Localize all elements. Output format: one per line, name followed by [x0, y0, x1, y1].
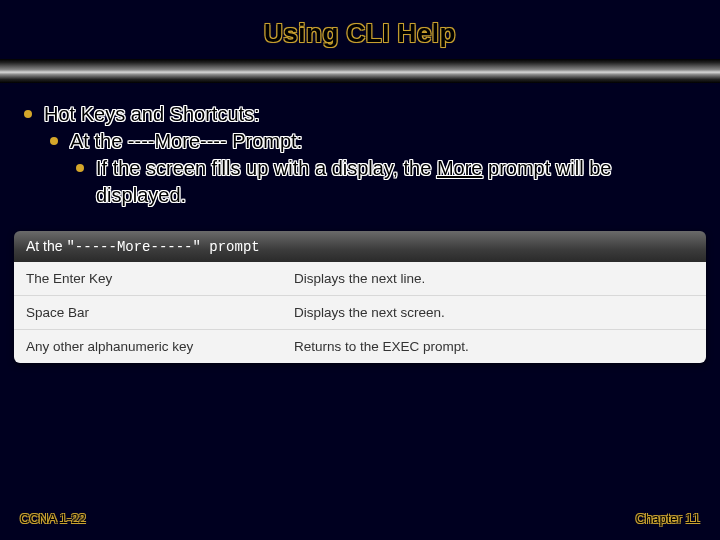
shortcut-table: At the "-----More-----" prompt The Enter… [14, 231, 706, 363]
bullet-l2-text: At the ----More---- Prompt: [70, 130, 302, 152]
title-divider [0, 59, 720, 83]
table-key: The Enter Key [14, 262, 282, 295]
bullet-l3-pre: If the screen fills up with a display, t… [96, 157, 437, 179]
table-header-prefix: At the [26, 238, 66, 254]
bullet-l1-text: Hot Keys and Shortcuts: [44, 103, 260, 125]
table-val: Displays the next screen. [282, 296, 706, 329]
bullet-l3-text: If the screen fills up with a display, t… [96, 157, 611, 206]
bullet-level2: At the ----More---- Prompt: If the scree… [44, 128, 702, 209]
table-key: Space Bar [14, 296, 282, 329]
footer: CCNA 1-22 Chapter 11 [0, 511, 720, 526]
table-row: Space Bar Displays the next screen. [14, 296, 706, 330]
bullet-level3: If the screen fills up with a display, t… [70, 155, 702, 209]
slide-title: Using CLI Help [0, 0, 720, 59]
bullet-l3-underline: More [437, 157, 483, 179]
table-header: At the "-----More-----" prompt [14, 231, 706, 262]
bullet-level1: Hot Keys and Shortcuts: At the ----More-… [18, 101, 702, 209]
footer-left: CCNA 1-22 [20, 511, 86, 526]
table-row: Any other alphanumeric key Returns to th… [14, 330, 706, 363]
content-area: Hot Keys and Shortcuts: At the ----More-… [0, 101, 720, 209]
table-val: Returns to the EXEC prompt. [282, 330, 706, 363]
table-header-mono: "-----More-----" prompt [66, 239, 259, 255]
table-val: Displays the next line. [282, 262, 706, 295]
table-key: Any other alphanumeric key [14, 330, 282, 363]
footer-right: Chapter 11 [636, 511, 700, 526]
table-row: The Enter Key Displays the next line. [14, 262, 706, 296]
